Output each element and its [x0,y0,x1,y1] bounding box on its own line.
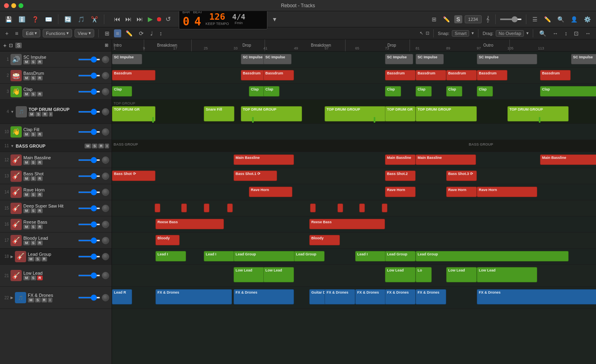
rec-button[interactable]: R [37,92,43,97]
region-sc-impulse-4[interactable]: SC Impulse [385,54,413,64]
pencil-icon[interactable]: ✏️ [441,15,452,23]
region-saw-6[interactable] [337,204,343,212]
region-sc-impulse-7[interactable]: SC Impulse [571,54,596,64]
s-track-icon[interactable]: S [15,43,22,48]
solo-button[interactable]: S [31,132,36,137]
region-sc-impulse-1[interactable]: SC Impulse [112,54,142,64]
region-clap-5[interactable]: Clap [416,86,432,97]
rec-button[interactable]: R [41,257,48,261]
solo-button[interactable]: S [92,144,97,148]
region-rave-horn-1[interactable]: Rave Horn [249,187,292,197]
region-bassdrum-7[interactable]: Bassdrum [477,70,507,80]
region-clap-6[interactable]: Clap [446,86,462,97]
track-fader[interactable] [78,59,100,60]
track-fader[interactable] [78,91,100,93]
rec-button[interactable]: R [37,60,43,64]
region-bassdrum-4[interactable]: Bassdrum [385,70,416,80]
region-saw-7[interactable] [359,204,365,212]
info-icon[interactable]: ℹ️ [17,15,27,23]
track-fader[interactable] [78,191,100,193]
zoom-all-icon[interactable]: ↔ [583,29,593,37]
region-bass-shot-3[interactable]: Bass Shot.2 [385,171,416,181]
rec-button[interactable]: R [37,241,43,245]
expand-group-icon[interactable]: ▼ [10,110,14,114]
solo-button[interactable]: S [31,208,36,213]
close-button[interactable] [4,3,9,8]
expand-group-icon[interactable]: ▼ [10,144,14,148]
track-fader[interactable] [78,75,100,76]
save-icon[interactable]: 💾 [3,15,14,23]
region-lead-1[interactable]: Lead I [155,251,186,261]
region-bassdrum-5[interactable]: Bassdrum [416,70,446,80]
region-saw-3[interactable] [204,204,209,212]
track-pan-knob[interactable] [102,72,109,79]
region-fx-drones-4[interactable]: FX & Drones [355,289,386,304]
region-saw-8[interactable] [382,204,387,212]
record-button[interactable]: ⏺ [156,16,162,23]
rec-button[interactable]: R [37,176,43,181]
midi-icon[interactable]: ♩ [148,29,155,37]
solo-button[interactable]: S [31,192,36,197]
region-sc-impulse-3[interactable]: SC Impulse [263,54,292,64]
region-main-bassline-2[interactable]: Main Bassline [385,154,416,165]
input-button[interactable]: I [105,144,109,148]
region-snare-fill[interactable]: Snare Fill [204,106,234,121]
mute-button[interactable]: M [23,92,30,97]
region-low-lead-1[interactable]: Low Lead [234,267,264,282]
region-clap-2[interactable]: Clap [249,86,265,97]
edit2-icon[interactable]: ✏️ [542,15,553,23]
search-icon[interactable]: 🔍 [555,15,566,23]
region-clap-8[interactable]: Clap [540,86,596,97]
s-icon[interactable]: S [454,15,462,23]
region-bassdrum-6[interactable]: Bassdrum [446,70,477,80]
mute-button[interactable]: M [23,192,30,197]
rec-button[interactable]: R [37,208,43,213]
region-fx-drones-7[interactable]: FX & Drones [477,289,596,304]
person-icon[interactable]: 👤 [569,15,579,23]
cycle-icon[interactable]: 🔄 [62,15,73,23]
region-rave-horn-2[interactable]: Rave Horn [385,187,416,197]
mute-button[interactable]: M [23,160,30,165]
rec-button[interactable]: R [42,112,48,117]
expand-v-icon[interactable]: ↕ [563,29,569,37]
region-bassdrum-8[interactable]: Bassdrum [540,70,571,80]
expand-group-icon[interactable]: ▶ [10,255,13,259]
region-fx-drones-5[interactable]: FX & Drones [385,289,416,304]
rec-button[interactable]: R [41,298,48,302]
mute-button[interactable]: M [28,257,34,261]
region-bassdrum-1[interactable]: Bassdrum [112,70,155,80]
region-bloody-2[interactable]: Bloody [309,235,340,245]
region-top-drum-3[interactable]: TOP DRUM GROUP [325,106,386,121]
mute-button[interactable]: M [28,298,34,302]
go-to-end-button[interactable]: ⏭ [135,16,145,23]
grid-icon[interactable]: ⊞ [430,15,439,23]
region-bassdrum-3[interactable]: Bassdrum [263,70,294,80]
track-fader[interactable] [78,131,100,133]
region-low-lead-3[interactable]: Low Lead [385,267,416,282]
track-pan-knob[interactable] [102,221,109,228]
zoom-fit-icon[interactable]: ⊡ [572,29,581,37]
track-pan-knob[interactable] [102,253,109,260]
region-sc-impulse-6[interactable]: SC Impulse [477,54,537,64]
track-pan-knob[interactable] [102,88,109,95]
snap-down-icon[interactable]: ▾ [472,31,474,36]
region-bass-shot-2[interactable]: Bass Shot.1 ⟳ [234,171,277,181]
loop2-icon[interactable]: ⟳ [137,29,146,37]
rec-button[interactable]: R [37,132,43,137]
snap-value[interactable]: Smart [452,30,469,37]
solo-button[interactable]: S [35,257,41,261]
list-icon[interactable]: ☰ [530,15,540,23]
solo-button[interactable]: S [31,60,36,64]
functions-menu[interactable]: Functions ▾ [43,29,72,37]
pencil2-icon[interactable]: ✏️ [124,29,135,37]
solo-button[interactable]: S [35,298,41,302]
list2-icon[interactable]: ≡ [13,29,20,37]
mute-button[interactable]: M [23,60,30,64]
region-saw-5[interactable] [310,204,316,212]
solo-button[interactable]: S [31,160,36,165]
region-clap-3[interactable]: Clap [263,86,279,97]
region-rave-horn-3[interactable]: Rave Horn [446,187,477,197]
mute-button[interactable]: M [23,76,30,80]
region-fx-drones-2[interactable]: FX & Drones [234,289,294,304]
region-reese-1[interactable]: Reese Bass [155,219,224,229]
